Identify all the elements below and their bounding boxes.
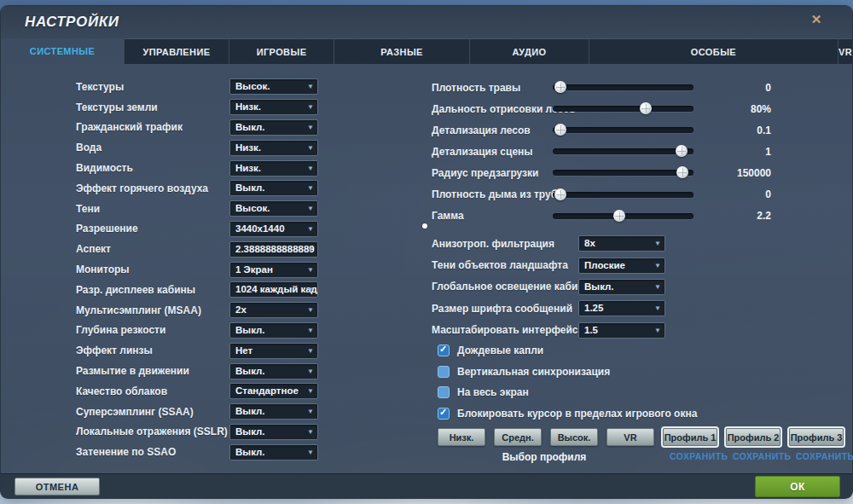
slider-track[interactable] — [553, 192, 693, 198]
checkbox-row[interactable]: ✓ Блокировать курсор в пределах игрового… — [425, 403, 844, 425]
slider-track[interactable] — [553, 106, 693, 112]
slider-track[interactable] — [553, 170, 693, 176]
setting-row: Тени объектов ландшафта Плоские ▼ — [425, 254, 844, 275]
setting-row: Вода Низк. ▼ — [1, 137, 425, 158]
tab-label: АУДИО — [512, 47, 546, 57]
slider-knob[interactable] — [640, 102, 652, 114]
dropdown-value: Выкл. — [235, 426, 265, 437]
slider-track[interactable] — [553, 84, 693, 90]
tab[interactable]: РАЗНЫЕ — [334, 38, 470, 64]
tab[interactable]: АУДИО — [470, 38, 589, 64]
setting-label: Суперсэмплинг (SSAA) — [76, 406, 229, 418]
checkbox[interactable]: ✓ — [438, 366, 450, 378]
setting-dropdown[interactable]: 8x ▼ — [578, 235, 665, 252]
tab[interactable]: СИСТЕМНЫЕ — [1, 38, 125, 64]
setting-dropdown[interactable]: Выкл. ▼ — [229, 119, 318, 136]
ok-button[interactable]: ОК — [755, 476, 840, 497]
slider-track[interactable] — [553, 213, 693, 219]
slider-knob[interactable] — [676, 145, 688, 157]
slider-knob[interactable] — [554, 81, 566, 93]
tab[interactable]: ИГРОВЫЕ — [229, 38, 334, 64]
setting-dropdown[interactable]: Выкл. ▼ — [229, 424, 318, 440]
checkbox-row[interactable]: ✓ Вертикальная синхронизация — [425, 362, 844, 383]
tab[interactable]: УПРАВЛЕНИЕ — [125, 38, 229, 64]
setting-label: Видимость — [76, 162, 229, 174]
button-label: VR — [624, 432, 636, 443]
slider-track[interactable] — [553, 127, 693, 133]
save-profile-1-link[interactable]: СОХРАНИТЬ — [670, 451, 724, 461]
checkbox-row[interactable]: ✓ Дождевые капли — [425, 340, 844, 362]
setting-dropdown[interactable]: Выкл. ▼ — [229, 322, 318, 339]
dropdown-value: Высок. — [235, 81, 270, 91]
chevron-down-icon: ▼ — [307, 79, 314, 94]
slider-row: Детализация сцены 1 — [425, 141, 844, 162]
tab[interactable]: ОСОБЫЕ — [589, 38, 838, 64]
setting-dropdown[interactable]: 2.3888888888889 ▼ — [229, 241, 318, 258]
tab[interactable]: VR — [838, 38, 852, 64]
slider-knob[interactable] — [554, 188, 566, 200]
slider-row: Плотность дыма из труб 0 — [425, 183, 844, 205]
preset-quality-button[interactable]: Высок. — [550, 428, 598, 446]
chevron-down-icon: ▼ — [307, 181, 314, 195]
setting-row: Глубина резкости Выкл. ▼ — [1, 321, 425, 341]
checkbox-row[interactable]: ✓ На весь экран — [425, 382, 844, 403]
setting-dropdown[interactable]: Низк. ▼ — [229, 160, 318, 177]
setting-dropdown[interactable]: Выкл. ▼ — [229, 444, 318, 461]
slider-row: Детализация лесов 0.1 — [425, 119, 844, 141]
profile-button[interactable]: Профиль 3 — [789, 428, 844, 446]
setting-dropdown[interactable]: Плоские ▼ — [578, 258, 665, 274]
slider-knob[interactable] — [554, 124, 566, 136]
setting-dropdown[interactable]: 1 Экран ▼ — [229, 262, 318, 278]
preset-quality-button[interactable]: Низк. — [438, 428, 485, 446]
setting-row: Разрешение 3440x1440 ▼ — [1, 219, 425, 240]
cancel-button[interactable]: ОТМЕНА — [15, 478, 100, 495]
setting-dropdown[interactable]: Высок. ▼ — [229, 78, 318, 95]
checkbox[interactable]: ✓ — [438, 345, 450, 356]
setting-dropdown[interactable]: Низк. ▼ — [229, 140, 318, 156]
setting-label: Анизотроп. фильтрация — [425, 238, 578, 250]
setting-dropdown[interactable]: 3440x1440 ▼ — [229, 221, 318, 237]
setting-dropdown[interactable]: Выкл. ▼ — [229, 363, 318, 379]
dropdown-value: 1024 каждый кадр — [235, 284, 318, 294]
setting-dropdown[interactable]: Низк. ▼ — [229, 99, 318, 115]
dropdown-value: Выкл. — [235, 122, 265, 132]
checkbox[interactable]: ✓ — [438, 386, 450, 398]
setting-dropdown[interactable]: Нет ▼ — [229, 343, 318, 359]
dropdown-value: Плоские — [584, 260, 625, 270]
slider-value: 0 — [693, 82, 844, 94]
close-icon[interactable]: ✕ — [808, 11, 825, 28]
setting-row: Мультисэмплинг (MSAA) 2x ▼ — [1, 300, 425, 321]
dropdown-value: Выкл. — [584, 281, 614, 292]
dropdown-value: Стандартное — [235, 385, 299, 396]
chevron-down-icon: ▼ — [307, 445, 314, 460]
setting-label: Эффект линзы — [76, 345, 229, 356]
slider-knob[interactable] — [613, 210, 625, 222]
setting-label: Масштабировать интерфейс — [425, 324, 578, 336]
setting-row: Масштабировать интерфейс 1.5 ▼ — [425, 320, 844, 341]
setting-dropdown[interactable]: 2x ▼ — [229, 302, 318, 318]
chevron-down-icon: ▼ — [654, 323, 661, 338]
setting-dropdown[interactable]: Выкл. ▼ — [578, 279, 665, 295]
setting-dropdown[interactable]: 1.25 ▼ — [578, 300, 665, 316]
save-profile-3-link[interactable]: СОХРАНИТЬ — [796, 451, 850, 461]
profile-button[interactable]: Профиль 1 — [663, 428, 717, 446]
setting-dropdown[interactable]: 1024 каждый кадр ▼ — [229, 281, 318, 298]
slider-track[interactable] — [553, 148, 693, 154]
tab-bar: СИСТЕМНЫЕ УПРАВЛЕНИЕ ИГРОВЫЕ РАЗНЫЕ АУДИ… — [1, 38, 852, 64]
setting-dropdown[interactable]: Выкл. ▼ — [229, 403, 318, 420]
checkbox[interactable]: ✓ — [438, 408, 450, 420]
setting-dropdown[interactable]: Высок. ▼ — [229, 200, 318, 217]
checkbox-label: Блокировать курсор в пределах игрового о… — [457, 408, 697, 420]
setting-dropdown[interactable]: Выкл. ▼ — [229, 180, 318, 196]
chevron-down-icon: ▼ — [307, 161, 314, 176]
preset-quality-button[interactable]: Средн. — [494, 428, 542, 446]
dropdown-value: 1.25 — [584, 303, 603, 313]
setting-dropdown[interactable]: 1.5 ▼ — [578, 322, 665, 339]
setting-row: Локальные отражения (SSLR) Выкл. ▼ — [1, 422, 425, 443]
slider-label: Плотность травы — [425, 82, 553, 94]
slider-knob[interactable] — [676, 166, 688, 178]
setting-dropdown[interactable]: Стандартное ▼ — [229, 383, 318, 399]
profile-button[interactable]: Профиль 2 — [726, 428, 780, 446]
preset-quality-button[interactable]: VR — [606, 428, 654, 446]
save-profile-2-link[interactable]: СОХРАНИТЬ — [733, 451, 787, 461]
